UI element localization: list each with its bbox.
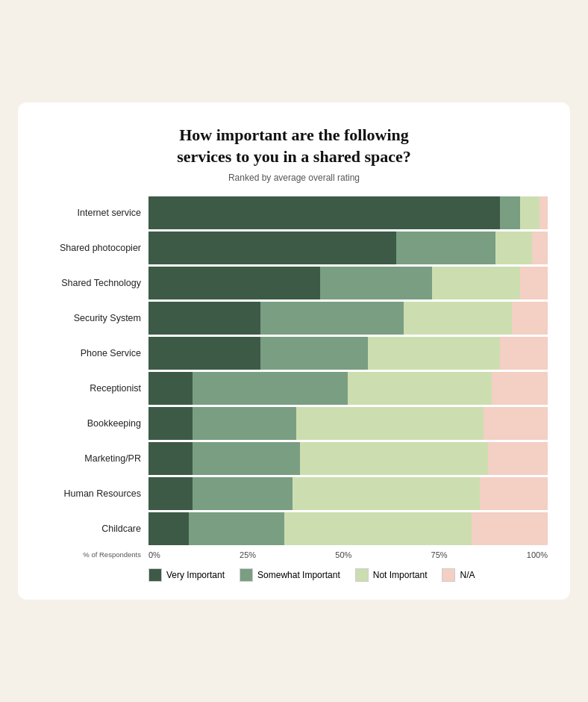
bar-segment — [520, 196, 540, 229]
bar-segment — [148, 302, 260, 335]
bar-wrapper — [148, 267, 548, 299]
legend-label: Very Important — [166, 570, 225, 580]
bar-segment — [193, 372, 348, 405]
legend-label: N/A — [460, 570, 475, 580]
bar-segment — [193, 477, 293, 510]
bar-segment — [148, 372, 193, 405]
legend-item: Very Important — [148, 568, 225, 582]
bar-segment — [148, 232, 396, 264]
legend: Very ImportantSomewhat ImportantNot Impo… — [40, 568, 548, 582]
bar-segment — [495, 232, 531, 264]
bar-segment — [260, 302, 404, 335]
bar-label: Phone Service — [40, 348, 148, 358]
bar-segment — [148, 512, 189, 545]
legend-item: Not Important — [355, 568, 428, 582]
bar-segment — [348, 372, 492, 405]
bar-segment — [193, 407, 296, 440]
bar-row: Internet service — [40, 196, 548, 229]
bar-segment — [396, 232, 496, 264]
legend-item: N/A — [442, 568, 475, 582]
chart-title: How important are the followingservices … — [40, 125, 548, 167]
bar-wrapper — [148, 512, 548, 545]
chart-container: How important are the followingservices … — [18, 102, 570, 599]
bar-row: Human Resources — [40, 477, 548, 510]
bar-segment — [500, 196, 520, 229]
bar-wrapper — [148, 477, 548, 510]
bar-row: Shared Technology — [40, 267, 548, 299]
bar-segment — [296, 407, 484, 440]
bar-segment — [260, 337, 368, 370]
bar-row: Marketing/PR — [40, 442, 548, 475]
legend-swatch — [442, 568, 455, 582]
bar-segment — [148, 442, 193, 475]
axis-tick: 75% — [431, 550, 448, 559]
bar-row: Phone Service — [40, 337, 548, 370]
legend-label: Not Important — [373, 570, 428, 580]
axis-tick: 100% — [527, 550, 548, 559]
bar-row: Shared photocopier — [40, 232, 548, 264]
legend-item: Somewhat Important — [240, 568, 340, 582]
chart-subtitle: Ranked by average overall rating — [40, 173, 548, 183]
bar-label: Bookkeeping — [40, 418, 148, 429]
bar-segment — [148, 196, 500, 229]
bar-label: Internet service — [40, 208, 148, 218]
bar-label: Receptionist — [40, 383, 148, 394]
bar-wrapper — [148, 337, 548, 370]
bar-segment — [148, 477, 193, 510]
bar-segment — [488, 442, 548, 475]
bar-label: Security System — [40, 313, 148, 323]
bar-segment — [432, 267, 520, 299]
bar-label: Shared Technology — [40, 278, 148, 288]
bar-wrapper — [148, 302, 548, 335]
bar-segment — [148, 337, 260, 370]
axis-row: % of Respondents 0%25%50%75%100% — [40, 550, 548, 559]
bar-segment — [532, 232, 548, 264]
axis-label: % of Respondents — [40, 550, 148, 559]
bar-wrapper — [148, 407, 548, 440]
bar-segment — [539, 196, 548, 229]
bar-segment — [492, 372, 548, 405]
bar-segment — [368, 337, 500, 370]
legend-swatch — [355, 568, 369, 582]
bar-label: Childcare — [40, 524, 148, 534]
legend-label: Somewhat Important — [257, 570, 340, 580]
axis-tick: 50% — [335, 550, 351, 559]
bar-row: Childcare — [40, 512, 548, 545]
axis-tick: 0% — [148, 550, 160, 559]
bar-wrapper — [148, 232, 548, 264]
bar-segment — [193, 442, 300, 475]
chart-area: Internet serviceShared photocopierShared… — [40, 196, 548, 547]
bar-segment — [189, 512, 284, 545]
bar-segment — [512, 302, 548, 335]
bar-label: Marketing/PR — [40, 453, 148, 464]
bar-segment — [484, 407, 548, 440]
legend-swatch — [240, 568, 253, 582]
bar-segment — [148, 407, 193, 440]
bar-segment — [300, 442, 487, 475]
bar-segment — [520, 267, 548, 299]
bar-segment — [472, 512, 548, 545]
axis-tick: 25% — [240, 550, 256, 559]
bar-segment — [404, 302, 511, 335]
bar-wrapper — [148, 372, 548, 405]
bar-label: Human Resources — [40, 488, 148, 499]
bar-segment — [293, 477, 480, 510]
bar-wrapper — [148, 196, 548, 229]
bar-wrapper — [148, 442, 548, 475]
bar-label: Shared photocopier — [40, 243, 148, 253]
bar-segment — [320, 267, 432, 299]
bar-row: Bookkeeping — [40, 407, 548, 440]
bar-row: Receptionist — [40, 372, 548, 405]
bar-row: Security System — [40, 302, 548, 335]
axis-ticks: 0%25%50%75%100% — [148, 550, 548, 559]
bar-segment — [500, 337, 548, 370]
bar-segment — [480, 477, 548, 510]
bar-segment — [148, 267, 320, 299]
bar-segment — [284, 512, 472, 545]
legend-swatch — [148, 568, 162, 582]
